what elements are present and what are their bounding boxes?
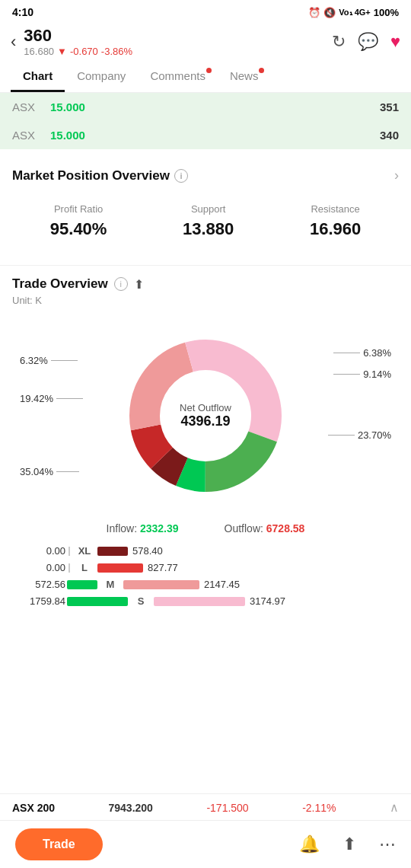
alert-icon[interactable]: 🔔 — [299, 834, 320, 854]
stock-arrow: ▼ — [57, 46, 67, 57]
chat-icon[interactable]: 💬 — [358, 32, 378, 52]
trade-button[interactable]: Trade — [15, 828, 103, 860]
m-right-val: 2147.45 — [204, 579, 257, 590]
pct-label-9-14: 9.14% — [333, 369, 391, 380]
s-left-val: 1759.84 — [12, 595, 65, 607]
bar-row-xl: 0.00 XL 578.40 — [12, 545, 399, 557]
header: ‹ 360 16.680 ▼ -0.670 -3.86% ↻ 💬 ♥ — [0, 21, 411, 62]
s-bar-out — [154, 597, 245, 606]
line-6-38 — [333, 353, 360, 353]
xl-mid-label: XL — [73, 545, 96, 557]
s-bar-in — [67, 597, 128, 606]
tab-company[interactable]: Company — [65, 62, 138, 92]
comments-dot — [206, 68, 212, 73]
mute-icon: 🔇 — [323, 7, 336, 18]
share-icon[interactable]: ⬆ — [342, 834, 356, 854]
l-mid-label: L — [73, 562, 96, 573]
xl-bar-out — [97, 547, 128, 556]
tab-comments[interactable]: Comments — [138, 62, 218, 92]
ticker-bar: ASX 200 7943.200 -171.500 -2.11% ∧ — [0, 793, 411, 821]
metrics-row: Profit Ratio 95.40% Support 13.880 Resis… — [12, 196, 399, 254]
m-bar-out — [123, 580, 199, 589]
market-chevron-icon[interactable]: › — [394, 168, 399, 183]
market-position-header: Market Position Overview i › — [12, 168, 399, 183]
bottom-icons: 🔔 ⬆ ⋯ — [299, 834, 396, 854]
profit-ratio-value: 95.40% — [50, 219, 107, 239]
stock-info: 360 16.680 ▼ -0.670 -3.86% — [24, 26, 324, 57]
news-dot — [259, 68, 264, 73]
stock-ticker: 360 — [24, 26, 324, 46]
resistance-label: Resistance — [310, 203, 361, 215]
battery-icon: 100% — [374, 7, 399, 18]
tab-bar: Chart Company Comments News — [0, 62, 411, 93]
m-left-val: 572.56 — [12, 579, 65, 590]
stock-change-pct: -3.86% — [101, 46, 132, 57]
support-label: Support — [183, 203, 234, 215]
trade-info-icon[interactable]: i — [114, 277, 128, 291]
trade-overview-header: Trade Overview i ⬆ — [12, 276, 399, 292]
line-9-14 — [333, 374, 360, 375]
outflow-value: 6728.58 — [266, 522, 305, 535]
table-row: ASX 15.000 340 — [0, 121, 411, 149]
m-bar-in — [67, 580, 97, 589]
l-right-val: 827.77 — [148, 562, 201, 573]
bottom-bar: Trade 🔔 ⬆ ⋯ — [0, 820, 411, 868]
more-icon[interactable]: ⋯ — [379, 834, 396, 854]
trade-overview-title: Trade Overview — [12, 276, 108, 292]
tab-news[interactable]: News — [218, 62, 271, 92]
row1-number: 351 — [380, 101, 399, 113]
stock-price-row: 16.680 ▼ -0.670 -3.86% — [24, 46, 324, 57]
inflow-value: 2332.39 — [140, 522, 179, 535]
market-position-title: Market Position Overview i — [12, 168, 188, 183]
tab-chart[interactable]: Chart — [11, 62, 65, 92]
l-bar-out — [97, 563, 143, 573]
bar-row-m: 572.56 M 2147.45 — [12, 579, 399, 590]
export-icon[interactable]: ⬆ — [134, 277, 144, 292]
unit-label: Unit: K — [12, 295, 399, 306]
alarm-icon: ⏰ — [308, 7, 320, 18]
bar-row-l: 0.00 L 827.77 — [12, 562, 399, 573]
row1-label: ASX — [12, 101, 50, 113]
support-metric: Support 13.880 — [183, 203, 234, 239]
row2-label: ASX — [12, 129, 50, 142]
profit-ratio-label: Profit Ratio — [50, 203, 107, 215]
resistance-value: 16.960 — [310, 219, 361, 239]
favorite-icon[interactable]: ♥ — [390, 32, 400, 52]
table-row: ASX 15.000 351 — [0, 93, 411, 121]
m-mid-label: M — [99, 579, 122, 590]
outflow-summary: Outflow: 6728.58 — [225, 522, 305, 535]
ticker-change: -171.500 — [206, 802, 248, 814]
donut-chart-area: 6.32% 19.42% 35.04% 6.38% 9.14% 23.70% — [12, 317, 399, 515]
status-bar: 4:10 ⏰ 🔇 Vo₁ 4G+ 100% — [0, 0, 411, 21]
market-info-icon[interactable]: i — [174, 169, 188, 183]
xl-right-val: 578.40 — [132, 545, 186, 557]
stock-change: -0.670 — [70, 46, 98, 57]
inflow-summary: Inflow: 2332.39 — [107, 522, 179, 535]
ticker-name: ASX 200 — [12, 802, 55, 814]
row2-number: 340 — [380, 129, 399, 142]
price-table: ASX 15.000 351 ASX 15.000 340 — [0, 93, 411, 149]
refresh-icon[interactable]: ↻ — [332, 32, 346, 52]
line-6-32 — [51, 360, 78, 361]
signal-icon: Vo₁ 4G+ — [339, 8, 370, 18]
row1-value: 15.000 — [50, 101, 380, 113]
header-icons: ↻ 💬 ♥ — [332, 32, 400, 52]
l-left-val: 0.00 — [12, 562, 65, 573]
pct-label-6-32: 6.32% — [20, 355, 78, 366]
donut-chart: Net Outflow 4396.19 — [122, 332, 289, 499]
line-23-70 — [328, 435, 355, 436]
divider — [68, 547, 70, 556]
ticker-chevron-icon[interactable]: ∧ — [390, 800, 399, 815]
market-position-section: Market Position Overview i › Profit Rati… — [0, 157, 411, 266]
s-right-val: 3174.97 — [250, 595, 303, 607]
divider — [68, 563, 70, 573]
line-35-04 — [56, 471, 79, 472]
xl-left-val: 0.00 — [12, 545, 65, 557]
status-icons: ⏰ 🔇 Vo₁ 4G+ 100% — [308, 7, 399, 18]
pct-label-23-70: 23.70% — [328, 429, 391, 441]
back-button[interactable]: ‹ — [11, 32, 16, 52]
line-19-42 — [56, 398, 83, 399]
pct-label-6-38: 6.38% — [333, 347, 391, 359]
donut-center-label: Net Outflow 4396.19 — [180, 402, 231, 429]
trade-overview-section: Trade Overview i ⬆ Unit: K 6.32% 19.42% … — [0, 266, 411, 623]
